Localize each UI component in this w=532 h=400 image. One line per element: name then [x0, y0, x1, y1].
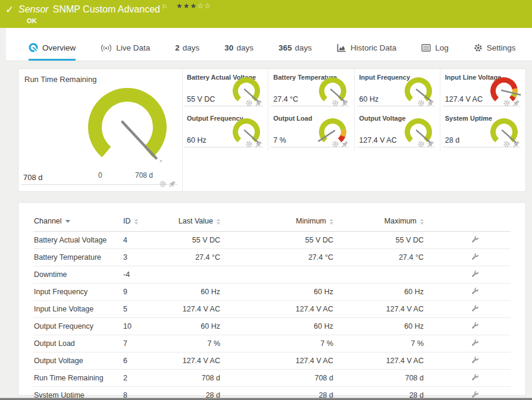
star-filled-icon[interactable]: ★: [183, 2, 190, 10]
tab-number: 365: [278, 43, 292, 52]
channel-id: 4: [123, 232, 173, 249]
column-header-channel[interactable]: Channel: [33, 211, 123, 232]
column-header-last-value[interactable]: Last Value: [173, 211, 221, 232]
pin-icon[interactable]: [341, 140, 349, 150]
wrench-icon[interactable]: [471, 254, 480, 263]
star-filled-icon[interactable]: ★: [190, 2, 198, 10]
gauge-value: 708 d: [23, 173, 43, 182]
gauge-cell-input-line-voltage[interactable]: Input Line Voltage127.4 V AC: [440, 69, 525, 110]
wrench-icon[interactable]: [471, 323, 480, 332]
wrench-icon[interactable]: [471, 272, 480, 280]
priority-stars[interactable]: ★★★☆☆: [176, 2, 211, 10]
channel-maximum: 55 V DC: [334, 232, 424, 249]
pin-icon[interactable]: [255, 140, 262, 150]
channel-last-value: 60 Hz: [173, 284, 221, 301]
channel-name: Downtime: [33, 266, 123, 284]
object-type-label: Sensor: [18, 4, 49, 14]
gauge-cell-output-voltage[interactable]: Output Voltage127.4 V AC: [354, 110, 440, 151]
sort-icon: [217, 219, 220, 225]
gauge-cell-output-load[interactable]: Output Load7 %: [268, 110, 353, 151]
tab-2-days[interactable]: 2days: [175, 43, 199, 61]
column-label: ID: [123, 217, 131, 225]
star-empty-icon[interactable]: ☆: [204, 2, 211, 10]
sensor-header: ✓ SensorSNMP Custom Advanced⚐ ★★★☆☆ OK: [0, 0, 532, 28]
pin-icon[interactable]: [512, 99, 520, 109]
wrench-icon[interactable]: [471, 237, 480, 245]
wrench-icon[interactable]: [471, 375, 480, 383]
gear-icon[interactable]: [245, 99, 253, 109]
pin-icon[interactable]: [427, 140, 434, 150]
column-header-id[interactable]: ID: [123, 211, 173, 232]
wrench-icon[interactable]: [471, 341, 480, 349]
channel-maximum: 60 Hz: [334, 318, 424, 335]
gauge-cell-input-frequency[interactable]: Input Frequency60 Hz: [354, 69, 440, 110]
channel-minimum: 127.4 V AC: [221, 352, 334, 370]
gauge-cell-system-uptime[interactable]: System Uptime28 d: [440, 110, 525, 151]
gear-icon[interactable]: [245, 140, 253, 150]
table-row-battery-temperature: Battery Temperature327.4 °C27.4 °C27.4 °…: [33, 249, 511, 266]
tab-365-days[interactable]: 365days: [278, 43, 312, 61]
star-empty-icon[interactable]: ☆: [197, 2, 204, 10]
gear-icon[interactable]: [417, 140, 425, 150]
live-data-icon: [101, 44, 112, 52]
tab-log[interactable]: Log: [421, 43, 449, 61]
tab-live-data[interactable]: Live Data: [101, 43, 150, 61]
tab-settings[interactable]: Settings: [474, 43, 516, 61]
gauge-cell-battery-temperature[interactable]: Battery Temperature27.4 °C: [268, 69, 353, 110]
gauge-actions: [159, 179, 176, 190]
tab-30-days[interactable]: 30days: [224, 43, 254, 61]
pin-icon[interactable]: [168, 179, 176, 190]
channel-actions: [424, 370, 511, 387]
gauge-cell-battery-actual-voltage[interactable]: Battery Actual Voltage55 V DC: [182, 69, 268, 110]
channel-minimum: [221, 266, 334, 284]
main-content: Run Time Remaining x 0 708 d 708 d Batte…: [0, 61, 532, 396]
gear-icon[interactable]: [331, 99, 339, 109]
channel-id: 9: [123, 284, 173, 301]
channel-actions: [424, 352, 511, 370]
status-badge: OK: [27, 17, 37, 24]
table-row-output-load: Output Load77 %7 %7 %: [33, 335, 511, 352]
gear-icon[interactable]: [417, 99, 425, 109]
gear-icon[interactable]: [503, 99, 511, 109]
channel-actions: [424, 318, 511, 335]
gear-icon[interactable]: [503, 140, 511, 150]
wrench-icon[interactable]: [471, 289, 480, 297]
pin-icon[interactable]: [255, 99, 262, 109]
channel-actions: [424, 284, 511, 301]
channel-last-value: 55 V DC: [173, 232, 221, 249]
channels-table-card: ChannelIDLast ValueMinimumMaximum Batter…: [18, 202, 526, 396]
tab-historic-data[interactable]: Historic Data: [337, 43, 396, 61]
tab-number: 2: [175, 43, 180, 52]
gear-icon[interactable]: [159, 179, 167, 190]
column-header-maximum[interactable]: Maximum: [334, 211, 424, 232]
channel-minimum: 7 %: [221, 335, 334, 352]
star-filled-icon[interactable]: ★: [176, 2, 183, 10]
gauge-value: 127.4 V AC: [359, 136, 397, 144]
flag-icon[interactable]: ⚐: [162, 4, 167, 10]
sort-icon: [420, 219, 424, 225]
table-row-downtime: Downtime-4: [33, 266, 511, 284]
gear-icon[interactable]: [331, 140, 339, 150]
pin-icon[interactable]: [512, 140, 520, 150]
pin-icon[interactable]: [341, 99, 349, 109]
wrench-icon[interactable]: [471, 358, 480, 366]
channel-minimum: 55 V DC: [221, 232, 334, 249]
gauge-title: System Uptime: [445, 115, 492, 122]
channel-minimum: 127.4 V AC: [221, 301, 334, 318]
channels-table: ChannelIDLast ValueMinimumMaximum Batter…: [33, 211, 511, 400]
channel-name: Run Time Remaining: [33, 370, 123, 387]
column-label: Maximum: [384, 217, 417, 225]
wrench-icon[interactable]: [471, 306, 480, 314]
gauge-value: 27.4 °C: [273, 95, 298, 103]
channel-maximum: 708 d: [334, 370, 424, 387]
tab-overview[interactable]: Overview: [29, 43, 76, 61]
gauge-value: 60 Hz: [359, 95, 379, 103]
column-header-minimum[interactable]: Minimum: [221, 211, 334, 232]
gauge-cell-output-frequency[interactable]: Output Frequency60 Hz: [182, 110, 268, 151]
gauge-cell-run-time-remaining[interactable]: Run Time Remaining x 0 708 d 708 d: [18, 69, 183, 191]
channel-last-value: 708 d: [173, 370, 221, 387]
gauge-actions: [417, 99, 434, 109]
pin-icon[interactable]: [427, 99, 434, 109]
sort-desc-icon: [65, 220, 70, 223]
column-label: Minimum: [296, 217, 326, 225]
